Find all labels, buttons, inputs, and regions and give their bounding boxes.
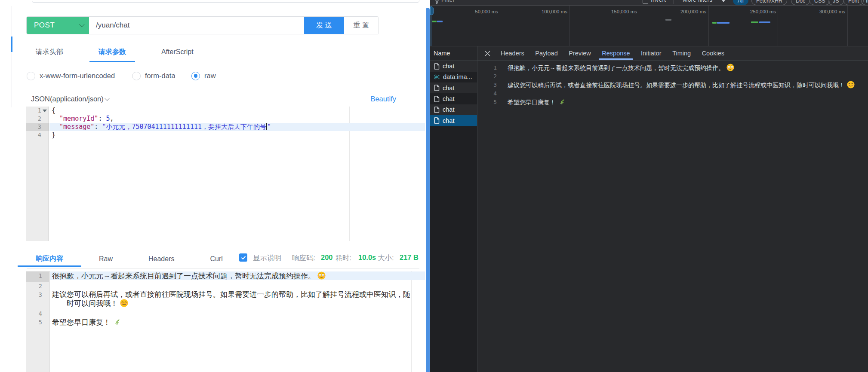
request-tab[interactable]: 请求头部 xyxy=(36,48,63,57)
show-description-checkbox[interactable] xyxy=(239,253,247,262)
code-text: 很抱歉，小元元～看起来系统目前遇到了一点技术问题，暂时无法完成预约操作。 xyxy=(52,272,315,280)
code-text xyxy=(52,123,59,131)
filter-type-pill[interactable]: CSS xyxy=(810,0,830,5)
code-line: "message": "小元元，750704111111111111，要挂大后天… xyxy=(52,123,374,131)
request-tab[interactable]: AfterScript xyxy=(161,48,194,56)
response-text: 建议您可以稍后再试，或者直接前往医院现场挂号。如果需要进一步的帮助，比如了解挂号… xyxy=(508,82,845,88)
send-button[interactable]: 发 送 xyxy=(304,17,344,34)
code-line xyxy=(52,282,416,290)
content-type-select[interactable]: JSON(application/json) xyxy=(31,95,109,103)
editor-code-area: { "memoryId": 5, "message": "小元元，7507041… xyxy=(52,107,374,139)
line-number: 3 xyxy=(26,290,49,309)
side-rail-divider xyxy=(12,6,12,107)
network-request-row[interactable]: data:ima... xyxy=(430,72,477,82)
code-text: { xyxy=(52,107,55,114)
code-text: "message" xyxy=(59,123,94,131)
body-type-radio[interactable]: x-www-form-urlencoded xyxy=(27,71,115,80)
close-icon xyxy=(485,51,490,56)
reset-button[interactable]: 重 置 xyxy=(344,17,379,34)
response-stat-label: 响应码: xyxy=(292,253,315,263)
flushed-emoji-icon xyxy=(726,64,734,73)
code-text xyxy=(52,115,59,122)
filter-type-pill[interactable]: JS xyxy=(828,0,844,5)
code-text: "memoryId" xyxy=(59,115,98,122)
response-stat-value: 217 B xyxy=(400,253,419,262)
body-type-radio[interactable]: raw xyxy=(191,71,216,80)
timeline-label: 250,000 ms xyxy=(750,9,776,14)
detail-tab-initiator[interactable]: Initiator xyxy=(641,50,662,57)
response-content-pane[interactable]: 1很抱歉，小元元～看起来系统目前遇到了一点技术问题，暂时无法完成预约操作。23建… xyxy=(477,61,868,372)
line-number: 4 xyxy=(26,131,49,139)
code-text: : xyxy=(94,123,102,131)
timeline-label: 300,000 ms xyxy=(819,9,845,14)
timeline-gridline xyxy=(847,6,848,46)
name-column-header[interactable]: Name xyxy=(430,46,477,60)
code-line: } xyxy=(52,131,374,139)
line-number: 5 xyxy=(26,318,49,328)
document-icon xyxy=(434,107,440,113)
body-type-radio[interactable]: form-data xyxy=(132,71,175,80)
url-value: /yuan/chat xyxy=(96,21,129,30)
response-stat-value: 200 xyxy=(321,253,333,262)
method-select[interactable]: POST xyxy=(27,17,89,34)
clipped-top-element xyxy=(32,0,419,3)
filter-type-pill[interactable]: Img xyxy=(861,0,868,5)
page-scrollbar[interactable] xyxy=(425,0,430,372)
document-icon xyxy=(434,85,440,91)
response-body-editor[interactable]: 12345很抱歉，小元元～看起来系统目前遇到了一点技术问题，暂时无法完成预约操作… xyxy=(26,271,425,372)
devtools-network-panel: Filter Invert More filters AllFetch/XHRD… xyxy=(430,0,868,372)
response-stat-label: 大小: xyxy=(378,253,394,263)
url-input[interactable]: /yuan/chat xyxy=(89,17,304,34)
response-meta: 显示说明 响应码:200耗时:10.0s大小:217 B xyxy=(27,253,419,262)
request-body-editor[interactable]: 1234{ "memoryId": 5, "message": "小元元，750… xyxy=(26,107,425,241)
waterfall-bar-blue xyxy=(759,21,770,23)
code-text: , xyxy=(110,115,114,122)
filter-type-pill[interactable]: Font xyxy=(843,0,864,5)
beautify-link[interactable]: Beautify xyxy=(370,95,396,103)
network-request-row[interactable]: chat xyxy=(430,115,477,126)
timeline-gridline xyxy=(778,6,778,46)
content-type-label: JSON(application/json) xyxy=(31,95,104,103)
detail-tab-preview[interactable]: Preview xyxy=(569,50,591,57)
request-tab[interactable]: 请求参数 xyxy=(98,48,126,57)
method-label: POST xyxy=(34,21,55,30)
invert-checkbox[interactable] xyxy=(643,0,648,4)
scrollbar-thumb[interactable] xyxy=(426,8,430,372)
network-request-row[interactable]: chat xyxy=(430,104,477,115)
filter-type-pill[interactable]: Doc xyxy=(791,0,810,5)
close-detail-button[interactable] xyxy=(483,49,492,58)
filter-type-pill[interactable]: Fetch/XHR xyxy=(751,0,787,5)
code-line xyxy=(52,309,416,318)
filter-type-pill[interactable]: All xyxy=(733,0,748,5)
smile-emoji-icon xyxy=(120,299,128,309)
network-request-row[interactable]: chat xyxy=(430,61,477,72)
content-type-row: JSON(application/json) Beautify xyxy=(27,95,419,104)
line-number: 1 xyxy=(486,64,497,72)
overview-selection-handle[interactable] xyxy=(430,6,434,15)
detail-tab-payload[interactable]: Payload xyxy=(535,50,557,57)
radio-circle-icon xyxy=(191,72,200,80)
waterfall-bar-green xyxy=(712,22,717,24)
chevron-down-icon xyxy=(105,96,109,101)
response-line: 希望您早日康复！ xyxy=(508,98,868,108)
detail-tab-headers[interactable]: Headers xyxy=(501,50,524,57)
filter-input[interactable]: Filter xyxy=(441,0,455,3)
detail-tab-cookies[interactable]: Cookies xyxy=(702,50,724,57)
line-number: 2 xyxy=(26,115,49,123)
more-filters-button[interactable]: More filters xyxy=(683,0,712,3)
code-text: 希望您早日康复！ xyxy=(52,318,111,326)
code-text: } xyxy=(52,131,55,139)
detail-tab-timing[interactable]: Timing xyxy=(672,50,691,57)
detail-tab-response[interactable]: Response xyxy=(602,50,630,57)
waterfall-bar-gray xyxy=(665,19,671,21)
timeline-label: 150,000 ms xyxy=(611,9,637,14)
line-number: 4 xyxy=(26,309,49,318)
radio-label: x-www-form-urlencoded xyxy=(40,72,115,80)
network-request-row[interactable]: chat xyxy=(430,93,477,104)
network-request-row[interactable]: chat xyxy=(430,82,477,93)
code-text: 建议您可以稍后再试，或者直接前往医院现场挂号。如果需要进一步的帮助，比如了解挂号… xyxy=(52,290,410,308)
filter-funnel-icon xyxy=(434,0,440,4)
network-overview-timeline[interactable]: 50,000 ms100,000 ms150,000 ms200,000 ms2… xyxy=(430,6,868,46)
smile-emoji-icon xyxy=(847,81,855,91)
flushed-emoji-icon xyxy=(317,271,326,282)
